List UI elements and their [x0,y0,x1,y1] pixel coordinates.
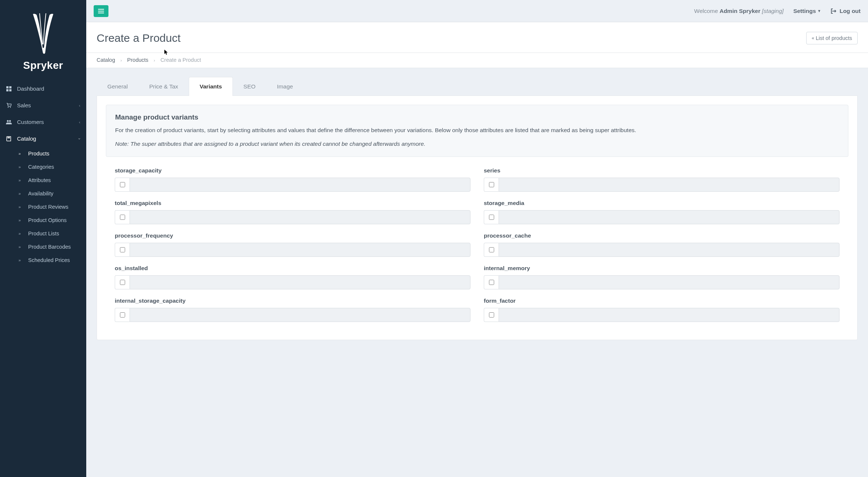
attr-input[interactable] [130,210,470,224]
attr-input[interactable] [499,178,839,192]
svg-rect-3 [9,89,11,91]
angle-double-right-icon: » [19,231,24,236]
attr-input[interactable] [499,243,839,257]
attr-checkbox[interactable] [489,312,494,318]
sidebar-item-label: Sales [17,102,31,108]
hamburger-icon [98,9,104,14]
attr-input[interactable] [499,275,839,289]
attr-checkbox[interactable] [120,215,125,220]
svg-rect-2 [6,89,9,91]
svg-point-5 [10,107,11,107]
attr-checkbox-wrap [115,243,130,257]
attr-input[interactable] [130,275,470,289]
page-title: Create a Product [97,32,181,44]
chevron-right-icon: › [154,58,155,63]
attr-checkbox[interactable] [120,312,125,318]
sidebar-sub-product-options[interactable]: »Product Options [13,214,86,227]
attr-checkbox-wrap [484,275,499,289]
info-heading: Manage product variants [115,113,839,121]
attr-checkbox[interactable] [120,280,125,285]
angle-double-right-icon: » [19,205,24,209]
attr-field-total-megapixels: total_megapixels [115,200,470,224]
logout-link[interactable]: Log out [831,8,861,14]
main-content: Welcome Admin Spryker [staging] Settings… [86,0,868,477]
svg-rect-8 [98,9,104,10]
attr-checkbox-wrap [484,210,499,224]
attr-field-storage-media: storage_media [484,200,839,224]
svg-rect-10 [98,13,104,13]
attr-input[interactable] [499,210,839,224]
angle-double-left-icon: « [812,36,814,41]
attr-checkbox-wrap [484,243,499,257]
tab-general[interactable]: General [97,77,138,96]
sidebar-item-label: Dashboard [17,85,44,92]
chevron-down-icon: › [77,138,82,140]
sidebar-sub-availability[interactable]: »Availability [13,187,86,200]
attr-field-storage-capacity: storage_capacity [115,167,470,192]
catalog-submenu: »Products »Categories »Attributes »Avail… [0,147,86,267]
tab-price-tax[interactable]: Price & Tax [138,77,189,96]
topbar: Welcome Admin Spryker [staging] Settings… [86,0,868,22]
chevron-left-icon: ‹ [79,103,80,108]
attr-input[interactable] [499,308,839,322]
sidebar-sub-product-barcodes[interactable]: »Product Barcodes [13,240,86,253]
breadcrumb-catalog[interactable]: Catalog [97,57,115,63]
attr-checkbox[interactable] [120,247,125,252]
breadcrumb-products[interactable]: Products [127,57,148,63]
info-description: For the creation of product variants, st… [115,126,839,134]
angle-double-right-icon: » [19,165,24,169]
attr-checkbox[interactable] [489,215,494,220]
attr-input[interactable] [130,178,470,192]
list-products-button[interactable]: « List of products [806,32,858,44]
users-icon [6,120,12,125]
tab-image[interactable]: Image [266,77,304,96]
svg-rect-1 [9,86,11,88]
attr-field-series: series [484,167,839,192]
page-header: Create a Product « List of products [86,22,868,53]
svg-point-6 [7,120,9,122]
sidebar-sub-products[interactable]: »Products [13,147,86,160]
tab-variants[interactable]: Variants [189,77,232,96]
attr-checkbox[interactable] [120,182,125,187]
attr-field-form-factor: form_factor [484,298,839,322]
attr-checkbox-wrap [115,210,130,224]
sign-out-icon [831,9,837,14]
chevron-right-icon: › [120,58,122,63]
settings-dropdown[interactable]: Settings ▼ [793,8,821,14]
sidebar-item-label: Customers [17,119,44,125]
attr-checkbox-wrap [115,308,130,322]
sidebar-sub-product-lists[interactable]: »Product Lists [13,227,86,240]
sidebar-sub-attributes[interactable]: »Attributes [13,174,86,187]
sidebar-sub-product-reviews[interactable]: »Product Reviews [13,200,86,214]
attr-input[interactable] [130,243,470,257]
tab-seo[interactable]: SEO [233,77,267,96]
attr-field-os-installed: os_installed [115,265,470,289]
sidebar-item-dashboard[interactable]: Dashboard [0,80,86,97]
sidebar-item-sales[interactable]: Sales ‹ [0,97,86,114]
angle-double-right-icon: » [19,191,24,196]
attr-checkbox[interactable] [489,182,494,187]
sidebar-item-label: Catalog [17,135,36,142]
attr-field-internal-storage-capacity: internal_storage_capacity [115,298,470,322]
svg-rect-0 [6,86,9,88]
attr-field-processor-cache: processor_cache [484,232,839,257]
angle-double-right-icon: » [19,178,24,182]
sidebar-toggle-button[interactable] [94,5,108,17]
attr-checkbox[interactable] [489,280,494,285]
info-box: Manage product variants For the creation… [106,105,848,157]
sidebar: Spryker Dashboard Sales ‹ Customers ‹ [0,0,86,477]
sidebar-sub-categories[interactable]: »Categories [13,160,86,174]
attr-field-internal-memory: internal_memory [484,265,839,289]
sidebar-item-catalog[interactable]: Catalog › [0,130,86,147]
book-icon [6,136,12,141]
sidebar-sub-scheduled-prices[interactable]: »Scheduled Prices [13,253,86,267]
svg-point-4 [8,107,9,107]
attr-checkbox-wrap [115,178,130,192]
dashboard-icon [6,86,12,91]
attr-checkbox-wrap [115,275,130,289]
attr-checkbox[interactable] [489,247,494,252]
angle-double-right-icon: » [19,258,24,262]
tab-list: General Price & Tax Variants SEO Image [97,77,858,96]
attr-input[interactable] [130,308,470,322]
sidebar-item-customers[interactable]: Customers ‹ [0,114,86,130]
